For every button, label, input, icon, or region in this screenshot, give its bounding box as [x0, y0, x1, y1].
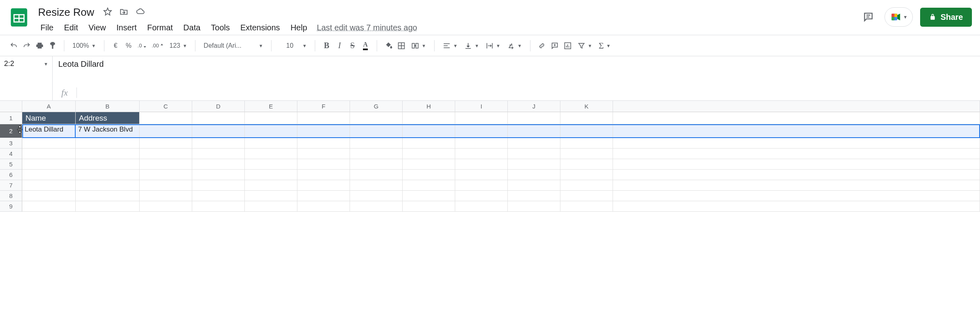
- cell[interactable]: [560, 201, 613, 212]
- row-header[interactable]: 3: [0, 138, 22, 149]
- row-header[interactable]: 4: [0, 149, 22, 159]
- strikethrough-button[interactable]: S: [347, 40, 358, 52]
- fill-color-button[interactable]: [383, 40, 394, 52]
- cell[interactable]: [455, 180, 508, 191]
- cell[interactable]: [350, 159, 403, 170]
- cell[interactable]: [297, 159, 350, 170]
- cell[interactable]: [245, 159, 297, 170]
- cell[interactable]: [508, 159, 560, 170]
- cell[interactable]: [560, 138, 613, 149]
- insert-link-button[interactable]: [536, 40, 547, 52]
- decrease-decimal-button[interactable]: .0: [136, 40, 148, 52]
- font-size-dropdown[interactable]: 10▼: [277, 42, 309, 49]
- cell[interactable]: [140, 180, 192, 191]
- cell[interactable]: [192, 170, 245, 180]
- cell[interactable]: [245, 138, 297, 149]
- cell[interactable]: [140, 138, 192, 149]
- cell[interactable]: [508, 170, 560, 180]
- cell[interactable]: [76, 201, 140, 212]
- cell[interactable]: [455, 159, 508, 170]
- cell[interactable]: [403, 180, 455, 191]
- cell[interactable]: [560, 124, 613, 138]
- cell[interactable]: [245, 149, 297, 159]
- cloud-status-icon[interactable]: [136, 7, 145, 17]
- cell[interactable]: [613, 149, 980, 159]
- cell[interactable]: [245, 191, 297, 201]
- print-icon[interactable]: [34, 40, 45, 52]
- menu-edit[interactable]: Edit: [59, 21, 83, 35]
- cell[interactable]: [350, 138, 403, 149]
- cell[interactable]: [350, 201, 403, 212]
- text-color-button[interactable]: A: [360, 40, 371, 52]
- column-header[interactable]: D: [192, 101, 245, 112]
- cell[interactable]: [22, 201, 76, 212]
- cell[interactable]: [297, 180, 350, 191]
- menu-extensions[interactable]: Extensions: [235, 21, 285, 35]
- column-header[interactable]: I: [455, 101, 508, 112]
- menu-file[interactable]: File: [36, 21, 58, 35]
- cell[interactable]: [192, 149, 245, 159]
- cell[interactable]: 7 W Jackson Blvd: [76, 124, 140, 138]
- cell[interactable]: [613, 180, 980, 191]
- cell[interactable]: [192, 180, 245, 191]
- cell[interactable]: [192, 124, 245, 138]
- cell[interactable]: [508, 112, 560, 124]
- cell[interactable]: [455, 149, 508, 159]
- cell[interactable]: [403, 159, 455, 170]
- redo-icon[interactable]: [21, 40, 32, 52]
- cell[interactable]: [350, 124, 403, 138]
- cell[interactable]: [560, 112, 613, 124]
- column-header[interactable]: G: [350, 101, 403, 112]
- row-header[interactable]: 5: [0, 159, 22, 170]
- cell[interactable]: [245, 170, 297, 180]
- column-header[interactable]: K: [560, 101, 613, 112]
- font-dropdown[interactable]: Default (Ari...▼: [201, 42, 265, 49]
- cell[interactable]: [613, 124, 980, 138]
- cell[interactable]: [22, 159, 76, 170]
- cell[interactable]: [245, 180, 297, 191]
- cell[interactable]: [350, 170, 403, 180]
- undo-icon[interactable]: [8, 40, 19, 52]
- cell[interactable]: [22, 138, 76, 149]
- menu-insert[interactable]: Insert: [112, 21, 142, 35]
- cell[interactable]: [192, 138, 245, 149]
- cell[interactable]: [403, 170, 455, 180]
- cell[interactable]: Address: [76, 112, 140, 124]
- menu-format[interactable]: Format: [142, 21, 178, 35]
- formula-bar[interactable]: Leota Dillard: [53, 56, 980, 84]
- cell[interactable]: [76, 180, 140, 191]
- cell[interactable]: [245, 112, 297, 124]
- row-header[interactable]: 9: [0, 201, 22, 212]
- column-header[interactable]: A: [22, 101, 76, 112]
- column-header[interactable]: J: [508, 101, 560, 112]
- cell[interactable]: [350, 180, 403, 191]
- star-icon[interactable]: [103, 7, 112, 17]
- cell[interactable]: [560, 170, 613, 180]
- cell[interactable]: [22, 191, 76, 201]
- menu-help[interactable]: Help: [286, 21, 312, 35]
- comments-icon[interactable]: [859, 8, 877, 26]
- italic-button[interactable]: I: [334, 40, 345, 52]
- insert-chart-button[interactable]: [562, 40, 573, 52]
- cell[interactable]: [403, 124, 455, 138]
- cell[interactable]: [350, 149, 403, 159]
- cell[interactable]: [76, 159, 140, 170]
- cell[interactable]: [455, 124, 508, 138]
- sheets-logo[interactable]: [8, 6, 30, 28]
- cell[interactable]: [508, 180, 560, 191]
- cell[interactable]: [403, 138, 455, 149]
- cell[interactable]: [350, 112, 403, 124]
- format-currency-button[interactable]: €: [110, 40, 121, 52]
- cell[interactable]: [140, 191, 192, 201]
- cell[interactable]: [560, 180, 613, 191]
- cell[interactable]: [192, 159, 245, 170]
- row-header[interactable]: 2: [0, 124, 22, 138]
- cell[interactable]: [508, 201, 560, 212]
- cell[interactable]: [613, 201, 980, 212]
- cell[interactable]: [245, 124, 297, 138]
- cell[interactable]: [403, 201, 455, 212]
- cell[interactable]: [455, 170, 508, 180]
- vertical-align-dropdown[interactable]: ▼: [462, 42, 482, 50]
- cell[interactable]: [455, 201, 508, 212]
- row-header[interactable]: 1: [0, 112, 22, 124]
